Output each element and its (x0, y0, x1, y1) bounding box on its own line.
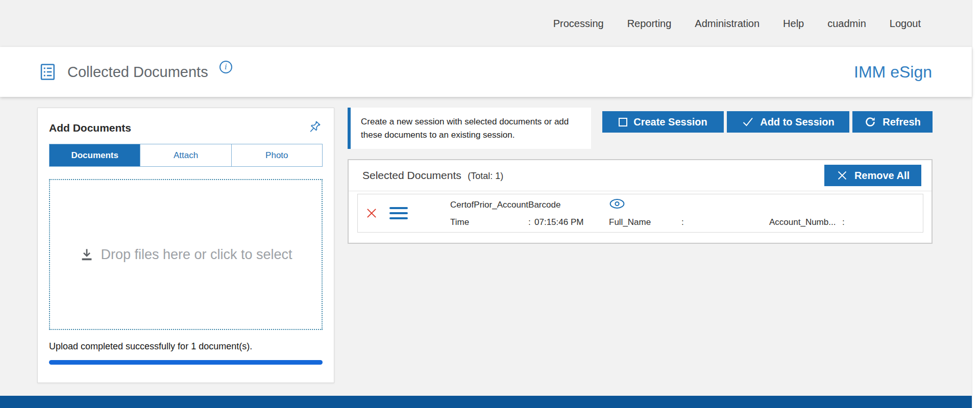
upload-status-text: Upload completed successfully for 1 docu… (49, 341, 323, 352)
session-action-buttons: Create Session Add to Session Refresh (602, 111, 933, 133)
field-time-colon: : (528, 217, 531, 227)
square-icon (619, 118, 627, 126)
session-info-strip: Create a new session with selected docum… (348, 108, 591, 149)
page: Processing Reporting Administration Help… (0, 0, 980, 408)
create-session-button[interactable]: Create Session (602, 111, 724, 133)
nav-item-help[interactable]: Help (783, 18, 804, 30)
document-name: CertofPrior_AccountBarcode (450, 200, 560, 210)
field-time-value: 07:15:46 PM (534, 217, 583, 227)
dropzone-text: Drop files here or click to select (101, 247, 292, 263)
app-header: Collected Documents i IMM eSign (0, 47, 972, 97)
add-to-session-button[interactable]: Add to Session (727, 111, 849, 133)
close-icon (836, 169, 848, 182)
delete-document-icon[interactable] (365, 207, 378, 220)
add-documents-header: Add Documents (49, 120, 323, 136)
field-fullname-colon: : (681, 217, 684, 227)
remove-all-button[interactable]: Remove All (824, 165, 921, 186)
selected-documents-heading: Selected Documents (Total: 1) (362, 169, 503, 182)
add-to-session-label: Add to Session (760, 116, 835, 128)
file-dropzone[interactable]: Drop files here or click to select (49, 179, 323, 330)
remove-all-label: Remove All (854, 170, 910, 182)
check-icon (742, 116, 754, 128)
collected-documents-icon (39, 62, 58, 82)
download-icon (79, 247, 94, 262)
selected-documents-header: Selected Documents (Total: 1) Remove All (349, 160, 932, 191)
page-title: Collected Documents (67, 64, 208, 81)
nav-item-processing[interactable]: Processing (553, 18, 604, 30)
brand-imm-esign: IMM eSign (854, 63, 932, 82)
preview-eye-icon[interactable] (609, 198, 625, 210)
drag-handle-icon[interactable] (389, 207, 408, 219)
refresh-label: Refresh (883, 116, 920, 128)
selected-documents-total: (Total: 1) (468, 171, 503, 181)
tab-attach[interactable]: Attach (140, 144, 231, 166)
field-fullname-label: Full_Name (609, 217, 651, 227)
refresh-button[interactable]: Refresh (852, 111, 933, 133)
field-time-label: Time (450, 217, 469, 227)
tab-documents[interactable]: Documents (50, 144, 140, 166)
refresh-icon (864, 116, 876, 128)
field-account-colon: : (842, 217, 845, 227)
pin-icon[interactable] (307, 120, 323, 136)
scrollbar[interactable] (972, 0, 980, 408)
top-navigation: Processing Reporting Administration Help… (0, 0, 972, 47)
header-left: Collected Documents i (39, 61, 232, 84)
nav-item-administration[interactable]: Administration (695, 18, 760, 30)
add-documents-title: Add Documents (49, 122, 131, 134)
info-icon[interactable]: i (219, 61, 232, 73)
selected-documents-panel: Selected Documents (Total: 1) Remove All (348, 159, 933, 244)
nav-item-reporting[interactable]: Reporting (627, 18, 672, 30)
footer-bar (0, 396, 972, 408)
document-row: CertofPrior_AccountBarcode Time : 07:15:… (357, 194, 923, 233)
field-account-label: Account_Numb... (769, 217, 836, 227)
tab-photo[interactable]: Photo (231, 144, 322, 166)
add-documents-tabs: Documents Attach Photo (49, 144, 323, 167)
session-info-line1: Create a new session with selected docum… (361, 115, 581, 129)
session-info-line2: these documents to an existing session. (361, 129, 581, 142)
nav-item-cuadmin[interactable]: cuadmin (827, 18, 866, 30)
upload-progress-bar (49, 360, 323, 365)
nav-item-logout[interactable]: Logout (890, 18, 921, 30)
selected-documents-title: Selected Documents (362, 169, 461, 181)
add-documents-card: Add Documents Documents Attach Photo (37, 108, 334, 383)
create-session-label: Create Session (633, 116, 707, 128)
